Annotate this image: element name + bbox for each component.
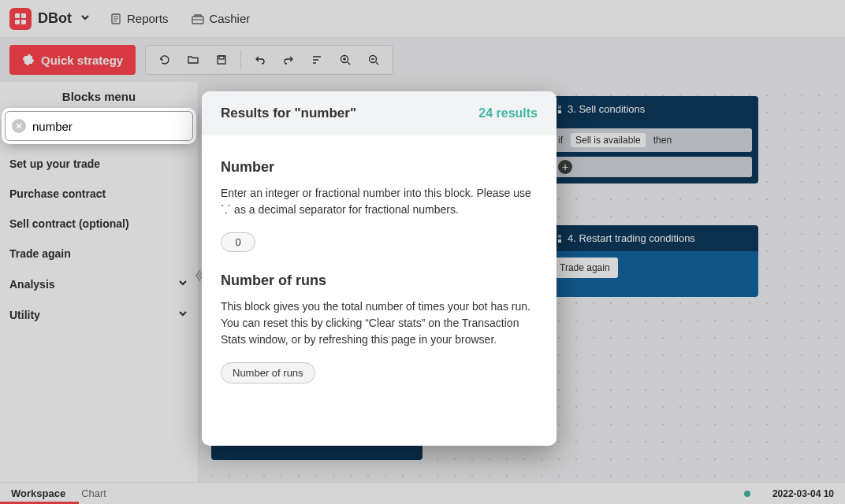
blocks-menu-title: Blocks menu <box>0 82 198 111</box>
result-item-number: Number Enter an integer or fractional nu… <box>221 159 538 252</box>
chevron-down-icon <box>80 12 91 26</box>
search-input[interactable] <box>32 120 186 133</box>
svg-rect-1 <box>15 13 20 18</box>
sidebar-item-label: Analysis <box>9 278 55 291</box>
brand[interactable]: DBot <box>9 8 91 30</box>
then-label: then <box>653 135 672 146</box>
undo-button[interactable] <box>248 47 273 72</box>
block-header: 3. Sell conditions <box>545 96 758 122</box>
cashier-label: Cashier <box>210 12 251 25</box>
result-item-number-of-runs: Number of runs This block gives you the … <box>221 272 538 384</box>
zoom-out-button[interactable] <box>361 47 386 72</box>
zoom-out-icon <box>367 54 380 66</box>
status-dot-icon <box>744 491 750 497</box>
search-wrap <box>5 111 193 141</box>
modal-body[interactable]: Number Enter an integer or fractional nu… <box>202 135 557 420</box>
condition-pill: Sell is available <box>571 133 646 147</box>
result-desc: This block gives you the total number of… <box>221 298 538 348</box>
chevron-down-icon <box>177 308 188 321</box>
sidebar-item-label: Trade again <box>9 247 71 260</box>
block-sell-conditions[interactable]: 3. Sell conditions if Sell is available … <box>545 96 758 183</box>
chevron-down-icon <box>177 277 188 291</box>
tab-workspace[interactable]: Workspace <box>11 487 65 499</box>
sidebar: Blocks menu Set up your trade Purchase c… <box>0 82 199 482</box>
folder-icon <box>187 54 199 66</box>
cashier-link[interactable]: Cashier <box>191 12 251 25</box>
condition-row[interactable]: if Sell is available then <box>552 128 752 152</box>
reports-link[interactable]: Reports <box>110 12 169 25</box>
number-of-runs-pill[interactable]: Number of runs <box>221 362 315 384</box>
block-header: 4. Restart trading conditions <box>545 225 758 251</box>
tab-chart[interactable]: Chart <box>81 487 106 499</box>
footer: Workspace Chart 2022-03-04 10 <box>0 482 845 504</box>
svg-rect-14 <box>558 110 561 113</box>
result-title: Number of runs <box>221 272 538 289</box>
clear-search-icon[interactable] <box>12 119 26 133</box>
sidebar-item-label: Sell contract (optional) <box>9 217 129 230</box>
sidebar-item-sell[interactable]: Sell contract (optional) <box>0 209 198 239</box>
svg-rect-16 <box>558 235 561 238</box>
quick-strategy-label: Quick strategy <box>41 54 123 67</box>
search-results-modal: Results for "number" 24 results Number E… <box>202 91 557 446</box>
quick-strategy-button[interactable]: Quick strategy <box>9 45 136 75</box>
icon-toolbar <box>145 45 393 75</box>
reports-icon <box>110 13 122 25</box>
toolbar: Quick strategy <box>0 38 845 82</box>
sidebar-item-purchase[interactable]: Purchase contract <box>0 179 198 209</box>
footer-datetime: 2022-03-04 10 <box>772 488 834 499</box>
block-restart-conditions[interactable]: 4. Restart trading conditions Trade agai… <box>545 225 758 297</box>
modal-title: Results for "number" <box>221 106 356 121</box>
save-button[interactable] <box>209 47 234 72</box>
sidebar-item-label: Set up your trade <box>9 158 100 170</box>
sidebar-item-label: Purchase contract <box>9 187 106 200</box>
save-icon <box>215 54 228 66</box>
sort-icon <box>311 54 323 66</box>
block-fragment <box>211 444 422 460</box>
open-button[interactable] <box>181 47 206 72</box>
top-nav: DBot Reports Cashier <box>0 0 845 38</box>
sidebar-item-utility[interactable]: Utility <box>0 299 198 330</box>
add-condition-row[interactable]: + <box>552 157 752 177</box>
if-label: if <box>558 135 563 146</box>
refresh-button[interactable] <box>152 47 177 72</box>
refresh-icon <box>158 54 171 66</box>
svg-rect-12 <box>558 106 561 109</box>
cashier-icon <box>191 13 205 25</box>
sidebar-item-setup[interactable]: Set up your trade <box>0 149 198 179</box>
block-title: 4. Restart trading conditions <box>568 232 695 244</box>
block-title: 3. Sell conditions <box>568 103 645 115</box>
redo-button[interactable] <box>276 47 301 72</box>
result-desc: Enter an integer or fractional number in… <box>221 185 538 218</box>
sidebar-item-trade-again[interactable]: Trade again <box>0 239 198 269</box>
plus-icon: + <box>558 160 572 174</box>
brand-logo <box>9 8 32 30</box>
brand-name: DBot <box>38 10 72 27</box>
trade-again-pill[interactable]: Trade again <box>552 258 618 278</box>
number-value-pill[interactable]: 0 <box>221 232 255 252</box>
sidebar-item-analysis[interactable]: Analysis <box>0 269 198 299</box>
zoom-in-button[interactable] <box>333 47 358 72</box>
result-title: Number <box>221 159 538 176</box>
reports-label: Reports <box>127 12 169 25</box>
modal-header: Results for "number" 24 results <box>202 91 557 135</box>
sidebar-item-label: Utility <box>9 309 40 321</box>
zoom-in-icon <box>339 54 352 66</box>
undo-icon <box>254 54 266 66</box>
svg-rect-3 <box>15 20 20 24</box>
svg-rect-18 <box>558 239 561 243</box>
svg-rect-2 <box>21 13 26 18</box>
puzzle-icon <box>22 54 35 66</box>
result-count: 24 results <box>478 106 538 120</box>
sort-button[interactable] <box>304 47 329 72</box>
svg-rect-8 <box>219 56 224 59</box>
redo-icon <box>282 54 295 66</box>
svg-rect-4 <box>21 20 26 24</box>
toolbar-divider <box>240 50 241 69</box>
